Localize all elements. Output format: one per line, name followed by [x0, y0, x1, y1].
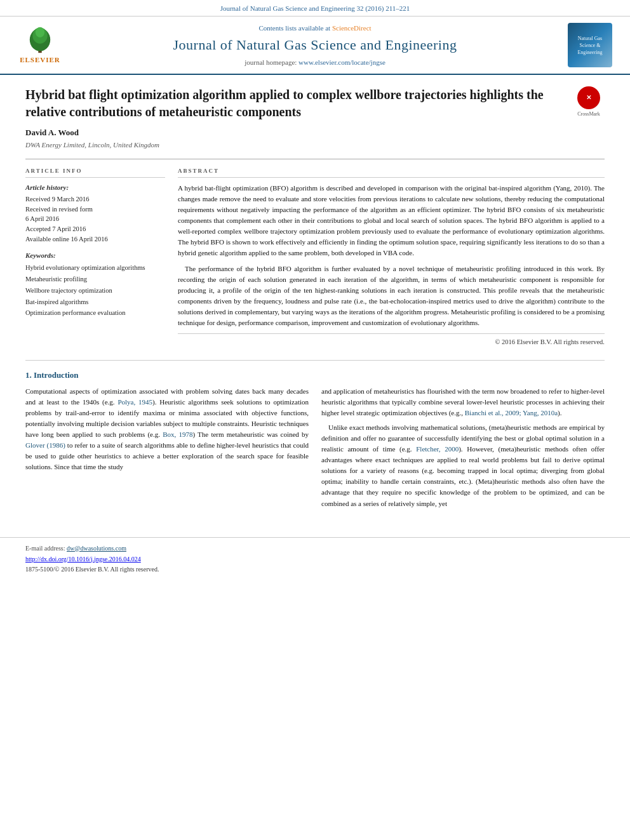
keywords-label: Keywords: [25, 251, 165, 260]
intro-right-para-1: and application of metaheuristics has fl… [321, 386, 605, 418]
journal-reference-bar: Journal of Natural Gas Science and Engin… [0, 0, 630, 17]
article-title-section: Hybrid bat flight optimization algorithm… [25, 86, 605, 121]
email-label: E-mail address: [25, 545, 65, 552]
article-info-abstract-section: ARTICLE INFO Article history: Received 9… [25, 159, 605, 347]
keyword-4: Bat-inspired algorithms [25, 297, 165, 308]
journal-reference-text: Journal of Natural Gas Science and Engin… [220, 4, 410, 12]
doi-link[interactable]: http://dx.doi.org/10.1016/j.jngse.2016.0… [25, 556, 141, 563]
crossmark-label: CrossMark [577, 110, 600, 117]
crossmark-icon[interactable]: ✕ [577, 86, 600, 109]
intro-heading: 1. Introduction [25, 370, 605, 381]
fletcher-ref[interactable]: Fletcher, 2000 [416, 445, 459, 453]
journal-homepage-link[interactable]: www.elsevier.com/locate/jngse [298, 58, 385, 66]
abstract-paragraph-2: The performance of the hybrid BFO algori… [178, 263, 605, 328]
footer: E-mail address: dw@dwasolutions.com http… [0, 537, 630, 578]
intro-two-col: Computational aspects of optimization as… [25, 386, 605, 513]
journal-title: Journal of Natural Gas Science and Engin… [69, 36, 561, 55]
revised-date: 6 April 2016 [25, 214, 165, 224]
article-info-label: ARTICLE INFO [25, 167, 165, 178]
footer-issn: 1875-5100/© 2016 Elsevier B.V. All right… [25, 565, 605, 574]
sciencedirect-anchor[interactable]: ScienceDirect [332, 24, 372, 32]
article-title: Hybrid bat flight optimization algorithm… [25, 86, 566, 121]
intro-left-text: Computational aspects of optimization as… [25, 386, 309, 472]
page: Journal of Natural Gas Science and Engin… [0, 0, 630, 840]
elsevier-label: ELSEVIER [20, 55, 60, 65]
intro-left-para-1: Computational aspects of optimization as… [25, 386, 309, 472]
abstract-text: A hybrid bat-flight optimization (BFO) a… [178, 183, 605, 329]
elsevier-tree-icon [21, 25, 59, 54]
received-revised-label: Received in revised form [25, 204, 165, 215]
footer-doi: http://dx.doi.org/10.1016/j.jngse.2016.0… [25, 555, 605, 564]
elsevier-logo-area: ELSEVIER [11, 25, 69, 65]
abstract-paragraph-1: A hybrid bat-flight optimization (BFO) a… [178, 183, 605, 258]
elsevier-logo: ELSEVIER [20, 25, 60, 65]
main-content: Hybrid bat flight optimization algorithm… [0, 75, 630, 524]
received-date: Received 9 March 2016 [25, 194, 165, 204]
intro-right-text: and application of metaheuristics has fl… [321, 386, 605, 509]
article-history-label: Article history: [25, 183, 165, 192]
journal-thumbnail-area: Natural Gas Science & Engineering [561, 23, 619, 67]
glover-ref[interactable]: Glover (1986) [25, 441, 65, 449]
copyright-line: © 2016 Elsevier B.V. All rights reserved… [178, 333, 605, 347]
abstract-label: ABSTRACT [178, 167, 605, 178]
keyword-5: Optimization performance evaluation [25, 307, 165, 319]
keyword-1: Hybrid evolutionary optimization algorit… [25, 262, 165, 274]
journal-center-header: Contents lists available at ScienceDirec… [69, 23, 561, 68]
keyword-3: Wellbore trajectory optimization [25, 285, 165, 297]
crossmark-area: ✕ CrossMark [573, 86, 605, 117]
available-online-date: Available online 16 April 2016 [25, 234, 165, 244]
intro-right-para-2: Unlike exact methods involving mathemati… [321, 422, 605, 509]
keyword-2: Metaheuristic profiling [25, 274, 165, 285]
footer-email: E-mail address: dw@dwasolutions.com [25, 544, 605, 553]
bianchi-ref[interactable]: Bianchi et al., 2009; Yang, 2010a [465, 409, 558, 417]
journal-thumbnail: Natural Gas Science & Engineering [568, 23, 612, 67]
article-info-column: ARTICLE INFO Article history: Received 9… [25, 167, 165, 347]
sciencedirect-link: Contents lists available at ScienceDirec… [69, 23, 561, 33]
intro-right-col: and application of metaheuristics has fl… [321, 386, 605, 513]
journal-header: ELSEVIER Contents lists available at Sci… [0, 17, 630, 75]
svg-point-3 [36, 27, 44, 37]
introduction-section: 1. Introduction Computational aspects of… [25, 360, 605, 513]
keywords-section: Keywords: Hybrid evolutionary optimizati… [25, 251, 165, 319]
email-link[interactable]: dw@dwasolutions.com [67, 545, 126, 552]
author-name: David A. Wood [25, 127, 605, 138]
box-ref[interactable]: Box, 1978 [163, 430, 192, 438]
abstract-column: ABSTRACT A hybrid bat-flight optimizatio… [178, 167, 605, 347]
author-affiliation: DWA Energy Limited, Lincoln, United King… [25, 140, 605, 150]
article-history: Article history: Received 9 March 2016 R… [25, 183, 165, 244]
accepted-date: Accepted 7 April 2016 [25, 224, 165, 234]
journal-homepage: journal homepage: www.elsevier.com/locat… [69, 58, 561, 67]
intro-left-col: Computational aspects of optimization as… [25, 386, 309, 513]
polya-ref[interactable]: Polya, 1945 [117, 398, 152, 406]
intro-section-title: Introduction [34, 370, 79, 380]
intro-section-number: 1. [25, 370, 32, 380]
keywords-list: Hybrid evolutionary optimization algorit… [25, 262, 165, 319]
